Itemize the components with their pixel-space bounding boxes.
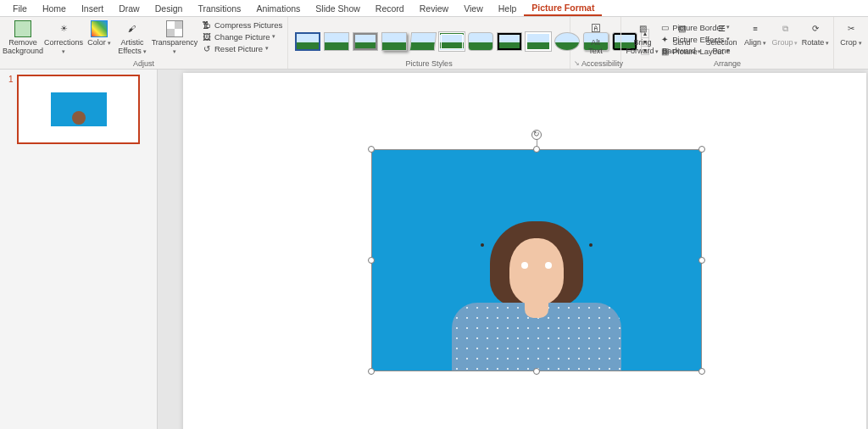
tab-record[interactable]: Record [368,2,412,15]
reset-picture-button[interactable]: ↺Reset Picture [200,42,284,54]
bring-forward-button[interactable]: ▧Bring Forward [625,19,660,58]
selection-pane-button[interactable]: ☰Selection Pane [703,19,740,58]
alt-text-icon: 🄰 [587,20,604,37]
color-icon [91,20,108,37]
align-icon: ≡ [747,20,764,37]
slide-thumb[interactable] [17,75,140,144]
group-adjust: Remove Background ☀ Corrections Color 🖌 … [0,17,288,69]
tab-review[interactable]: Review [412,2,456,15]
resize-handle-ne[interactable] [698,146,705,153]
tab-draw[interactable]: Draw [111,2,147,15]
ribbon-tabs: File Home Insert Draw Design Transitions… [0,0,868,17]
align-button[interactable]: ≡Align [742,19,769,49]
transparency-button[interactable]: Transparency [151,19,198,58]
style-thumb-8[interactable] [497,32,522,51]
slide-thumb-content [51,92,107,126]
rotation-handle[interactable] [531,130,542,140]
picture-content [452,218,621,370]
selected-picture[interactable] [371,149,702,371]
tab-view[interactable]: View [456,2,491,15]
send-backward-button[interactable]: ▨Send Backward [662,19,701,58]
corrections-icon: ☀ [55,20,72,37]
group-picture-styles: ▴ ▾ ▾ ▭Picture Border ✦Picture Effects ▦… [288,17,570,69]
group-button[interactable]: ⧉Group [771,19,799,49]
resize-handle-sw[interactable] [368,368,375,375]
bring-forward-icon: ▧ [634,20,651,37]
change-picture-icon: 🖼 [202,31,212,42]
rotate-icon: ⟳ [807,20,824,37]
style-thumb-7[interactable] [468,32,493,51]
group-icon: ⧉ [776,20,793,37]
crop-button[interactable]: ✂Crop [837,19,865,49]
group-arrange: ▧Bring Forward ▨Send Backward ☰Selection… [621,17,834,69]
tab-slideshow[interactable]: Slide Show [308,2,368,15]
style-thumb-9[interactable] [526,32,551,51]
rotate-button[interactable]: ⟳Rotate [801,19,830,49]
group-arrange-label: Arrange [625,59,830,69]
remove-bg-icon [14,20,31,37]
change-picture-button[interactable]: 🖼Change Picture [200,31,284,42]
tab-picture-format[interactable]: Picture Format [524,1,602,16]
tab-help[interactable]: Help [491,2,525,15]
send-backward-icon: ▨ [673,20,690,37]
alt-text-button[interactable]: 🄰 Alt Text [579,19,613,58]
style-thumb-5[interactable] [409,32,437,51]
resize-handle-s[interactable] [533,368,540,375]
workspace: 1 [0,70,868,429]
compress-pictures-button[interactable]: 🗜Compress Pictures [200,19,284,31]
group-size: ✂Crop [834,17,868,69]
slide-number: 1 [8,75,14,144]
artistic-icon: 🖌 [124,20,141,37]
slide-thumbnail-1[interactable]: 1 [8,75,148,144]
compress-icon: 🗜 [202,20,212,30]
canvas-area[interactable] [158,70,868,429]
styles-launcher[interactable]: ↘ [574,59,581,68]
resize-handle-e[interactable] [698,257,705,264]
group-styles-label: Picture Styles [406,59,453,69]
resize-handle-nw[interactable] [368,146,375,153]
ribbon: Remove Background ☀ Corrections Color 🖌 … [0,17,868,70]
tab-home[interactable]: Home [35,2,74,15]
style-thumb-3[interactable] [353,32,378,51]
style-thumb-4[interactable] [381,32,407,51]
tab-insert[interactable]: Insert [74,2,111,15]
tab-file[interactable]: File [5,2,35,15]
reset-icon: ↺ [202,43,212,53]
group-adjust-label: Adjust [3,59,284,69]
artistic-effects-button[interactable]: 🖌 Artistic Effects [115,19,149,58]
style-thumb-6[interactable] [439,32,465,51]
style-thumb-2[interactable] [324,32,349,51]
remove-background-button[interactable]: Remove Background [3,19,42,58]
corrections-button[interactable]: ☀ Corrections [44,19,83,58]
tab-design[interactable]: Design [147,2,191,15]
group-accessibility: 🄰 Alt Text ↘Accessibility [570,17,621,69]
group-accessibility-label: Accessibility [581,59,623,68]
slide-canvas[interactable] [183,73,866,429]
tab-animations[interactable]: Animations [248,2,308,15]
color-button[interactable]: Color [85,19,114,49]
crop-icon: ✂ [843,20,860,37]
resize-handle-se[interactable] [698,368,705,375]
selection-pane-icon: ☰ [713,20,730,37]
resize-handle-w[interactable] [368,257,375,264]
resize-handle-n[interactable] [533,146,540,153]
style-thumb-1[interactable] [295,32,320,51]
slides-panel: 1 [0,70,158,429]
tab-transitions[interactable]: Transitions [190,2,248,15]
transparency-icon [166,20,183,37]
